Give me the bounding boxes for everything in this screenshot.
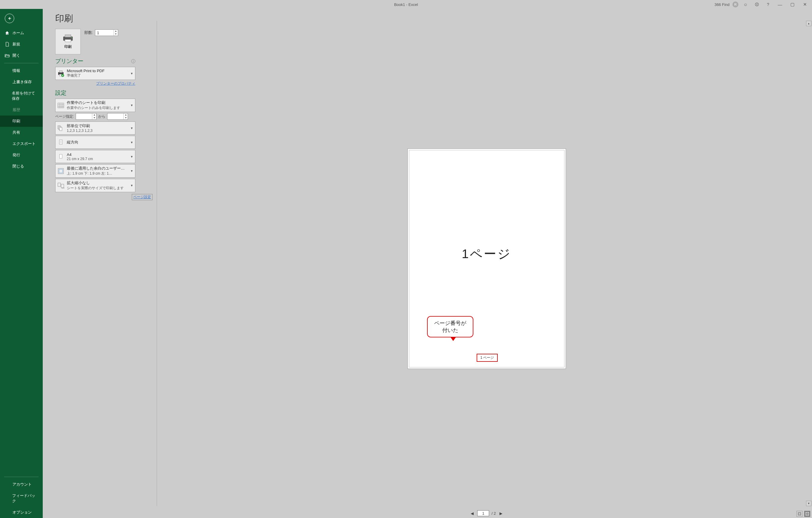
- vertical-scrollbar[interactable]: ▲ ▼: [806, 21, 811, 506]
- sidebar-item-label: エクスポート: [12, 141, 36, 146]
- page-number-input[interactable]: 1: [477, 510, 489, 516]
- print-button[interactable]: 印刷: [55, 29, 81, 54]
- sidebar-item-label: 発行: [12, 153, 20, 158]
- spinner-down-icon[interactable]: ▼: [124, 116, 127, 119]
- print-button-label: 印刷: [64, 44, 71, 49]
- sidebar-item-label: 新規: [12, 42, 20, 47]
- paper-shadow: 1ページ ページ番号が 付いた 1 ページ: [408, 149, 566, 369]
- sidebar-item-label: 印刷: [12, 118, 20, 124]
- sheet-icon: [57, 102, 64, 109]
- chevron-down-icon: ▼: [130, 141, 133, 144]
- sidebar-item-account[interactable]: アカウント: [0, 479, 43, 490]
- maximize-button[interactable]: ▢: [788, 2, 797, 7]
- show-margins-toggle[interactable]: [796, 511, 803, 517]
- paper-size-select[interactable]: A4 21 cm x 29.7 cm ▼: [55, 150, 135, 163]
- collate-select[interactable]: 部単位で印刷 1,2,3 1,2,3 1,2,3 ▼: [55, 121, 135, 135]
- folder-open-icon: [5, 53, 9, 58]
- sidebar-item-print[interactable]: 印刷: [0, 115, 43, 127]
- svg-rect-13: [60, 155, 62, 159]
- preview-panel: 1ページ ページ番号が 付いた 1 ページ ◀ 1 / 2 ▶: [161, 9, 812, 518]
- file-icon: [5, 42, 9, 47]
- sidebar-item-label: 履歴: [12, 107, 20, 113]
- chevron-down-icon: ▼: [130, 72, 133, 75]
- help-icon[interactable]: ?: [764, 2, 772, 7]
- sidebar-item-label: 閉じる: [12, 164, 24, 169]
- annotation-callout: ページ番号が 付いた: [427, 316, 473, 337]
- spinner-up-icon[interactable]: ▲: [92, 113, 96, 116]
- info-icon[interactable]: i: [131, 59, 135, 63]
- paper-title: A4: [67, 153, 128, 157]
- copies-spinner[interactable]: 1 ▲▼: [95, 29, 118, 36]
- zoom-to-page-toggle[interactable]: [804, 511, 810, 517]
- sidebar-item-label: 上書き保存: [12, 79, 32, 85]
- spinner-up-icon[interactable]: ▲: [114, 30, 118, 33]
- sidebar-item-share[interactable]: 共有: [0, 127, 43, 138]
- home-icon: [5, 31, 9, 35]
- spinner-down-icon[interactable]: ▼: [114, 33, 118, 36]
- chevron-down-icon: ▼: [130, 169, 133, 172]
- preview-big-text: 1ページ: [409, 246, 564, 262]
- scaling-select[interactable]: 100 拡大縮小なし シートを実際のサイズで印刷します ▼: [55, 179, 135, 192]
- scroll-down-icon[interactable]: ▼: [806, 501, 811, 506]
- sidebar-item-save-as[interactable]: 名前を付けて保存: [0, 88, 43, 104]
- margins-sub: 上: 1.9 cm 下: 1.9 cm 左: 1…: [67, 171, 128, 176]
- printer-name: Microsoft Print to PDF: [67, 69, 128, 73]
- svg-rect-2: [65, 39, 71, 42]
- printer-properties-link[interactable]: プリンターのプロパティ: [55, 81, 135, 86]
- copies-value: 1: [95, 31, 114, 35]
- scale-title: 拡大縮小なし: [67, 180, 128, 186]
- sidebar-item-new[interactable]: 新規: [0, 38, 43, 50]
- margins-select[interactable]: 最後に適用した余白のユーザー設定 上: 1.9 cm 下: 1.9 cm 左: …: [55, 164, 135, 178]
- sidebar-item-open[interactable]: 開く: [0, 50, 43, 61]
- window-title: Book1 - Excel: [394, 2, 418, 7]
- page-setup-link[interactable]: ページ設定: [132, 194, 152, 200]
- printer-heading: プリンター: [55, 57, 83, 65]
- orientation-select[interactable]: 縦方向 ▼: [55, 136, 135, 149]
- svg-rect-8: [58, 103, 64, 108]
- sidebar-item-home[interactable]: ホーム: [0, 27, 43, 38]
- sidebar-item-history: 履歴: [0, 104, 43, 115]
- paper-sub: 21 cm x 29.7 cm: [67, 157, 128, 161]
- face-sad-icon[interactable]: ☹: [753, 2, 761, 7]
- printer-select[interactable]: Microsoft Print to PDF 準備完了 ▼: [55, 67, 135, 80]
- page-total: / 2: [491, 511, 496, 516]
- svg-rect-11: [60, 128, 62, 131]
- minimize-button[interactable]: —: [775, 2, 785, 7]
- backstage-sidebar: ホーム 新規 開く 情報 上書き保存 名前を付けて保存 履歴 印刷 共有 エクス…: [0, 9, 43, 518]
- close-button[interactable]: ✕: [800, 2, 810, 7]
- collate-icon: [57, 125, 64, 132]
- sidebar-item-close[interactable]: 閉じる: [0, 161, 43, 172]
- svg-rect-12: [59, 140, 62, 144]
- scroll-up-icon[interactable]: ▲: [806, 21, 811, 26]
- page-from-input[interactable]: ▲▼: [76, 113, 96, 120]
- sidebar-item-export[interactable]: エクスポート: [0, 138, 43, 149]
- scale-icon: 100: [57, 182, 64, 189]
- svg-text:100: 100: [61, 187, 64, 189]
- spinner-down-icon[interactable]: ▼: [92, 116, 96, 119]
- settings-heading: 設定: [55, 89, 66, 97]
- sidebar-item-feedback[interactable]: フィードバック: [0, 490, 43, 507]
- sidebar-item-publish[interactable]: 発行: [0, 149, 43, 161]
- svg-point-3: [71, 37, 72, 38]
- next-page-button[interactable]: ▶: [498, 511, 504, 516]
- svg-rect-15: [59, 169, 63, 173]
- sidebar-item-options[interactable]: オプション: [0, 507, 43, 518]
- spinner-up-icon[interactable]: ▲: [124, 113, 127, 116]
- sidebar-item-label: ホーム: [12, 30, 24, 36]
- sidebar-item-label: オプション: [12, 510, 32, 515]
- sidebar-item-label: 情報: [12, 68, 20, 73]
- page-range-to-label: から: [98, 114, 105, 119]
- prev-page-button[interactable]: ◀: [469, 511, 475, 516]
- copies-label: 部数:: [84, 30, 93, 35]
- page-to-input[interactable]: ▲▼: [107, 113, 128, 120]
- page-range-row: ページ指定: ▲▼ から ▲▼: [55, 113, 135, 120]
- sidebar-item-info[interactable]: 情報: [0, 65, 43, 76]
- user-avatar[interactable]: R: [732, 1, 738, 7]
- print-what-select[interactable]: 作業中のシートを印刷 作業中のシートのみを印刷します ▼: [55, 99, 135, 112]
- face-smile-icon[interactable]: ☺: [742, 2, 750, 7]
- sidebar-item-label: 開く: [12, 53, 20, 58]
- scale-sub: シートを実際のサイズで印刷します: [67, 186, 128, 191]
- back-button[interactable]: [5, 13, 14, 23]
- sidebar-item-save[interactable]: 上書き保存: [0, 76, 43, 88]
- printer-icon: [62, 34, 74, 43]
